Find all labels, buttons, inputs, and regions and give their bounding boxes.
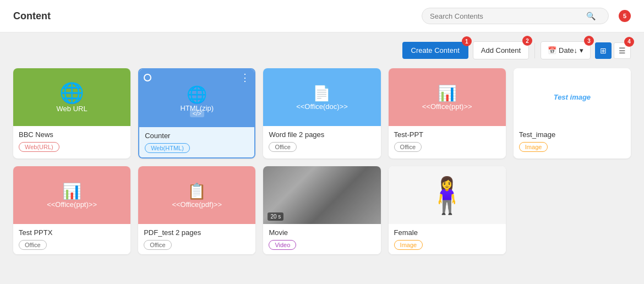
create-content-wrap: 1 Create Content (402, 42, 468, 59)
card-thumb-label-pptx: <<Office(ppt)>> (47, 200, 97, 209)
toolbar: 1 Create Content 2 Add Content 3 📅 Date↓… (13, 41, 631, 59)
card-info-html: Counter Web(HTML) (139, 127, 254, 157)
card-title-female: Female (394, 228, 500, 237)
card-thumb-pdf: 📋 <<Office(pdf)>> (138, 166, 255, 224)
card-female[interactable]: 🧍‍♀️ Female Image (389, 166, 506, 254)
card-info-doc: Word file 2 pages Office (263, 126, 380, 156)
html-tag-icon: </> (190, 110, 204, 117)
card-tag-doc: Office (269, 142, 297, 152)
card-thumb-label-ppt: <<Office(ppt)>> (422, 102, 472, 111)
more-options-button[interactable]: ⋮ (240, 73, 250, 83)
duration-badge: 20 s (268, 212, 283, 221)
date-sort-button[interactable]: 📅 Date↓ ▾ (541, 41, 591, 59)
create-content-button[interactable]: Create Content (402, 42, 468, 59)
card-tag: Web(URL) (19, 142, 59, 152)
card-tag-html: Web(HTML) (145, 143, 190, 153)
card-title: BBC News (19, 130, 125, 139)
card-thumb-label: Web URL (57, 105, 88, 113)
card-info-movie: Movie Video (263, 224, 380, 254)
globe-icon: 🌐 (59, 81, 84, 105)
page-title: Content (13, 10, 51, 22)
card-thumb-doc: 📄 <<Office(doc)>> (263, 68, 380, 126)
date-sort-wrap: 3 📅 Date↓ ▾ (541, 41, 591, 59)
card-test-image[interactable]: Test image Test_image Image (514, 68, 631, 159)
card-title-html: Counter (145, 132, 249, 140)
card-test-pptx[interactable]: 📊 <<Office(ppt)>> Test PPTX Office (13, 166, 130, 254)
content-grid: 🌐 Web URL BBC News Web(URL) 🌐 </> HTML(z… (13, 68, 631, 254)
card-tag-female: Image (394, 240, 423, 250)
card-tag-ppt: Office (394, 142, 422, 152)
grid-view-button[interactable]: ⊞ (595, 42, 612, 59)
card-thumb-html: 🌐 </> HTML(zip) ⋮ (139, 69, 254, 127)
card-info-image: Test_image Image (514, 126, 631, 156)
search-bar: 🔍 (422, 8, 609, 24)
card-thumb-web-url: 🌐 Web URL (13, 68, 130, 126)
card-thumb-ppt: 📊 <<Office(ppt)>> (389, 68, 506, 126)
card-tag-pdf: Office (144, 240, 172, 250)
image-link-text: Test image (554, 93, 591, 101)
card-title-ppt: Test-PPT (394, 130, 500, 139)
pptx-icon: 📊 (62, 182, 81, 200)
view-toggle-wrap: 4 ⊞ ☰ (595, 42, 631, 59)
add-content-wrap: 2 Add Content (473, 41, 529, 59)
card-title-pdf: PDF_test 2 pages (144, 228, 250, 237)
card-info-female: Female Image (389, 224, 506, 254)
doc-icon: 📄 (312, 84, 331, 102)
card-html-zip[interactable]: 🌐 </> HTML(zip) ⋮ Counter Web(HTML) (138, 68, 255, 159)
card-thumb-label-pdf: <<Office(pdf)>> (172, 200, 222, 209)
card-info-pptx: Test PPTX Office (13, 224, 130, 254)
card-thumb-label-doc: <<Office(doc)>> (296, 102, 348, 111)
card-title-movie: Movie (269, 228, 375, 237)
card-movie[interactable]: 20 s Movie Video (263, 166, 380, 254)
notification-badge[interactable]: 5 (619, 10, 631, 22)
card-info-pdf: PDF_test 2 pages Office (138, 224, 255, 254)
card-pdf-test[interactable]: 📋 <<Office(pdf)>> PDF_test 2 pages Offic… (138, 166, 255, 254)
card-tag-movie: Video (269, 240, 296, 250)
search-icon: 🔍 (586, 12, 596, 20)
toolbar-badge-4: 4 (624, 37, 634, 47)
add-content-button[interactable]: Add Content (473, 41, 529, 59)
search-input[interactable] (430, 12, 584, 20)
radio-dot (144, 74, 151, 81)
card-thumb-pptx: 📊 <<Office(ppt)>> (13, 166, 130, 224)
card-thumb-image: Test image (514, 68, 631, 126)
card-thumb-female: 🧍‍♀️ (389, 166, 506, 224)
card-web-url[interactable]: 🌐 Web URL BBC News Web(URL) (13, 68, 130, 159)
toolbar-divider (534, 43, 535, 58)
card-title-image: Test_image (519, 130, 625, 139)
card-title-doc: Word file 2 pages (269, 130, 375, 139)
card-tag-pptx: Office (19, 240, 47, 250)
main-content: 1 Create Content 2 Add Content 3 📅 Date↓… (0, 32, 644, 263)
toolbar-badge-2: 2 (522, 36, 532, 46)
header: Content 🔍 5 (0, 0, 644, 32)
card-office-ppt[interactable]: 📊 <<Office(ppt)>> Test-PPT Office (389, 68, 506, 159)
calendar-icon: 📅 (548, 46, 556, 54)
card-tag-image: Image (519, 142, 548, 152)
card-info-ppt: Test-PPT Office (389, 126, 506, 156)
card-info: BBC News Web(URL) (13, 126, 130, 156)
toolbar-badge-3: 3 (584, 36, 594, 46)
card-thumb-movie: 20 s (263, 166, 380, 224)
card-office-doc[interactable]: 📄 <<Office(doc)>> Word file 2 pages Offi… (263, 68, 380, 159)
toolbar-badge-1: 1 (462, 36, 472, 46)
chevron-down-icon: ▾ (580, 46, 583, 54)
female-figure-icon: 🧍‍♀️ (425, 178, 469, 213)
pdf-icon: 📋 (187, 182, 206, 200)
ppt-icon: 📊 (438, 84, 457, 102)
html-globe-icon: 🌐 (187, 85, 207, 104)
card-title-pptx: Test PPTX (19, 228, 125, 237)
